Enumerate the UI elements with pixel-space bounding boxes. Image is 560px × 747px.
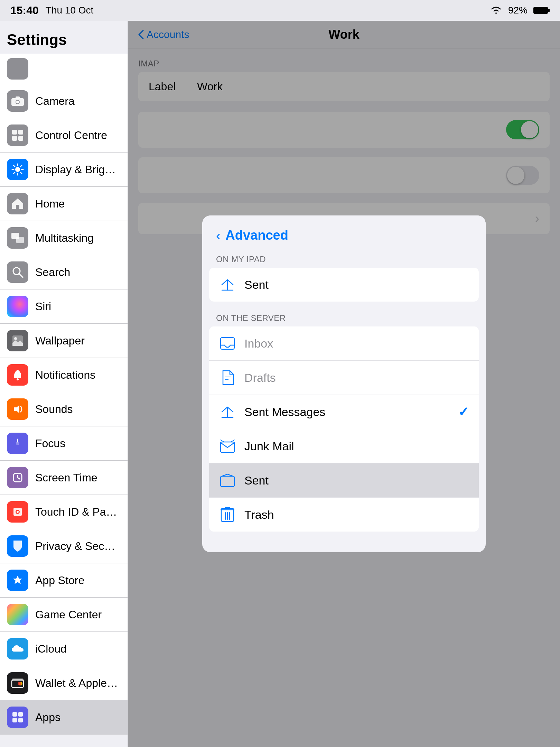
game-center-icon [7, 604, 28, 625]
sidebar-item-multitasking[interactable]: Multitasking [0, 221, 128, 255]
icloud-label: iCloud [35, 643, 67, 655]
svg-rect-40 [12, 718, 17, 722]
svg-rect-7 [18, 130, 23, 135]
apps-label: Apps [35, 711, 60, 724]
svg-rect-38 [12, 712, 17, 717]
privacy-icon [7, 535, 28, 557]
sidebar-item-apps[interactable]: Apps [0, 700, 128, 735]
game-center-label: Game Center [35, 608, 102, 621]
icloud-icon [7, 638, 28, 660]
sent-messages-label: Sent Messages [244, 405, 450, 419]
svg-rect-48 [221, 476, 234, 487]
sidebar-item-siri[interactable]: Siri [0, 289, 128, 324]
focus-icon [7, 433, 28, 454]
touch-id-icon [7, 501, 28, 523]
wallet-icon [7, 672, 28, 694]
sidebar-item-search[interactable]: Search [0, 255, 128, 289]
apps-icon [7, 707, 28, 728]
notifications-label: Notifications [35, 369, 95, 381]
siri-label: Siri [35, 300, 51, 313]
sidebar-item-home[interactable]: Home [0, 187, 128, 221]
main-layout: Settings Camera [0, 21, 560, 747]
svg-rect-35 [12, 679, 24, 681]
junk-mail-label: Junk Mail [244, 440, 469, 453]
sidebar-item-control-centre[interactable]: Control Centre [0, 118, 128, 153]
sounds-label: Sounds [35, 403, 73, 416]
notifications-icon [7, 364, 28, 386]
sounds-icon [7, 398, 28, 420]
svg-line-17 [20, 165, 22, 167]
svg-rect-8 [12, 136, 17, 141]
svg-point-4 [16, 101, 19, 103]
sidebar-item-wallet[interactable]: Wallet & Apple Pay [0, 666, 128, 700]
svg-rect-6 [12, 130, 17, 135]
svg-rect-19 [16, 205, 19, 209]
partial-icon [7, 58, 28, 80]
sidebar-item-app-store[interactable]: App Store [0, 563, 128, 598]
trash-item[interactable]: Trash [209, 498, 479, 532]
sidebar-item-touch-id[interactable]: Touch ID & Passcode [0, 495, 128, 529]
sidebar-item-game-center[interactable]: Game Center [0, 598, 128, 632]
modal-back-button[interactable]: ‹ Advanced [216, 228, 288, 243]
sidebar-title: Settings [0, 21, 128, 54]
sidebar-item-notifications[interactable]: Notifications [0, 358, 128, 392]
battery-icon [533, 6, 550, 15]
svg-rect-5 [16, 96, 20, 99]
advanced-modal: ‹ Advanced ON MY IPAD [202, 215, 486, 552]
sidebar-item-screen-time[interactable]: Screen Time [0, 461, 128, 495]
display-brightness-label: Display & Brightness [35, 163, 121, 176]
sidebar-item-sounds[interactable]: Sounds [0, 392, 128, 426]
sent-messages-checkmark: ✓ [458, 404, 469, 419]
sent-device-item[interactable]: Sent [209, 268, 479, 302]
svg-point-33 [17, 511, 19, 513]
display-brightness-icon [7, 159, 28, 180]
focus-label: Focus [35, 437, 65, 450]
sidebar-item-wallpaper[interactable]: Wallpaper [0, 324, 128, 358]
control-centre-label: Control Centre [35, 129, 107, 142]
modal-back-label: Advanced [225, 228, 288, 243]
on-device-section-title: ON MY IPAD [202, 250, 486, 268]
sidebar-item-privacy[interactable]: Privacy & Security [0, 529, 128, 563]
modal-overlay[interactable]: ‹ Advanced ON MY IPAD [128, 21, 560, 747]
sidebar-item-partial[interactable] [0, 54, 128, 84]
trash-icon [219, 506, 236, 523]
svg-line-18 [13, 172, 15, 174]
control-centre-icon [7, 124, 28, 146]
sidebar-item-focus[interactable]: Focus [0, 426, 128, 461]
junk-mail-item[interactable]: Junk Mail [209, 429, 479, 463]
svg-point-26 [17, 378, 19, 380]
svg-line-15 [13, 165, 15, 167]
drafts-item[interactable]: Drafts [209, 361, 479, 395]
multitasking-icon [7, 227, 28, 249]
sidebar-item-icloud[interactable]: iCloud [0, 632, 128, 666]
svg-line-30 [18, 478, 20, 479]
junk-mail-icon [219, 437, 236, 455]
search-icon [7, 261, 28, 283]
inbox-label: Inbox [244, 337, 469, 350]
svg-point-37 [18, 682, 21, 685]
sent-messages-icon [219, 403, 236, 421]
sidebar-scroll[interactable]: Camera Control Centre [0, 54, 128, 747]
sidebar-item-camera[interactable]: Camera [0, 84, 128, 118]
app-store-label: App Store [35, 574, 84, 587]
multitasking-label: Multitasking [35, 232, 94, 245]
touch-id-label: Touch ID & Passcode [35, 506, 121, 518]
on-server-section-title: ON THE SERVER [202, 308, 486, 326]
modal-header: ‹ Advanced [202, 215, 486, 250]
sent-messages-item[interactable]: Sent Messages ✓ [209, 395, 479, 429]
home-icon [7, 193, 28, 214]
sent-device-label: Sent [244, 278, 469, 292]
svg-point-10 [15, 167, 20, 172]
svg-point-27 [16, 442, 19, 445]
camera-icon [7, 90, 28, 112]
inbox-item[interactable]: Inbox [209, 326, 479, 361]
sidebar-item-display-brightness[interactable]: Display & Brightness [0, 153, 128, 187]
sidebar: Settings Camera [0, 21, 128, 747]
privacy-label: Privacy & Security [35, 540, 121, 553]
sent-server-item[interactable]: Sent [209, 463, 479, 498]
right-panel: Accounts Work IMAP Label Work [128, 21, 560, 747]
svg-rect-0 [533, 7, 548, 14]
drafts-icon [219, 369, 236, 386]
svg-rect-41 [18, 718, 23, 722]
svg-rect-39 [18, 712, 23, 717]
